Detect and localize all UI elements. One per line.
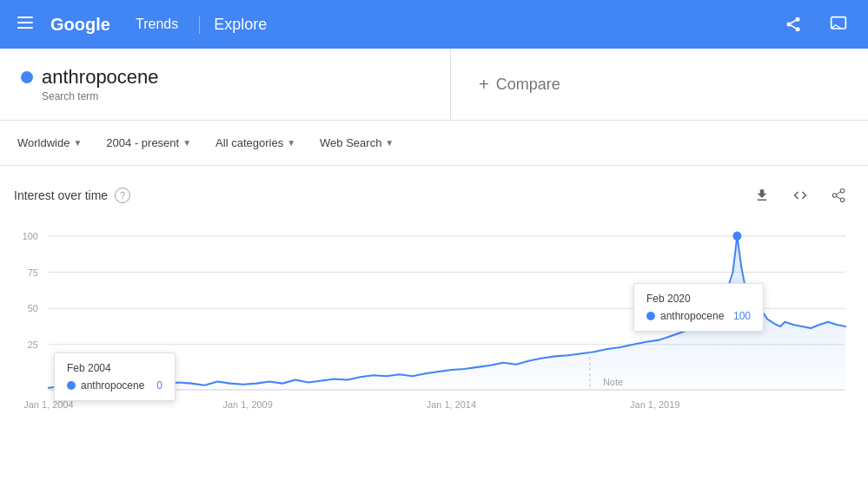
category-filter[interactable]: All categories ▼ <box>205 131 306 155</box>
search-term-name: anthropocene <box>21 66 429 89</box>
chart-actions <box>746 180 854 211</box>
svg-text:Google: Google <box>50 15 110 34</box>
help-label: ? <box>120 190 125 201</box>
tooltip-feb2020: Feb 2020 anthropocene 100 <box>633 283 764 332</box>
chart-section: Interest over time ? <box>0 166 868 435</box>
chart-title: Interest over time <box>14 188 108 202</box>
tooltip-feb2004-term: anthropocene <box>81 379 151 392</box>
chart-header: Interest over time ? <box>0 180 868 211</box>
svg-line-14 <box>836 192 840 194</box>
svg-point-11 <box>832 194 837 198</box>
compare-panel[interactable]: + Compare <box>451 49 868 120</box>
embed-button[interactable] <box>785 180 816 211</box>
svg-line-8 <box>791 20 796 23</box>
google-trends-logo[interactable]: Google Trends <box>50 11 178 37</box>
category-label: All categories <box>215 136 283 149</box>
tooltip-feb2020-dot <box>646 312 655 320</box>
svg-line-7 <box>791 25 796 28</box>
compare-label: Compare <box>496 76 560 94</box>
svg-text:Note: Note <box>603 376 623 386</box>
tooltip-feb2020-date: Feb 2020 <box>646 293 751 305</box>
svg-point-4 <box>796 17 800 22</box>
category-arrow: ▼ <box>287 138 295 148</box>
search-section: anthropocene Search term + Compare <box>0 49 868 121</box>
tooltip-feb2020-value: 100 <box>733 310 751 322</box>
svg-text:50: 50 <box>28 303 38 313</box>
svg-line-13 <box>836 196 840 199</box>
trends-label: Trends <box>136 16 178 32</box>
tooltip-feb2004-date: Feb 2004 <box>67 362 162 374</box>
explore-label: Explore <box>199 16 267 34</box>
tooltip-feb2020-term: anthropocene <box>660 310 728 322</box>
region-label: Worldwide <box>17 136 70 149</box>
tooltip-feb2004-value: 0 <box>156 379 162 392</box>
peak-dot <box>732 232 741 240</box>
svg-rect-2 <box>17 27 33 29</box>
tooltip-feb2004-dot <box>67 381 76 390</box>
feedback-button[interactable] <box>823 9 854 40</box>
tooltip-feb2004: Feb 2004 anthropocene 0 <box>54 352 176 401</box>
header: Google Trends Explore <box>0 0 868 49</box>
chart-area[interactable]: 100 75 50 25 Jan 1, 2004 Jan 1, 2009 Jan… <box>0 218 868 435</box>
share-button[interactable] <box>778 9 809 40</box>
svg-rect-0 <box>17 16 33 18</box>
svg-point-10 <box>840 189 845 194</box>
search-term-subtitle: Search term <box>42 90 429 102</box>
search-dot <box>21 71 33 83</box>
search-term-title: anthropocene <box>42 66 159 89</box>
region-filter[interactable]: Worldwide ▼ <box>7 131 92 155</box>
time-arrow: ▼ <box>182 138 191 148</box>
help-icon[interactable]: ? <box>115 188 130 203</box>
search-type-label: Web Search <box>320 136 381 149</box>
time-label: 2004 - present <box>106 136 179 149</box>
svg-rect-1 <box>17 22 33 23</box>
svg-text:25: 25 <box>28 339 38 350</box>
svg-text:75: 75 <box>28 267 38 277</box>
search-term-panel: anthropocene Search term <box>0 49 451 120</box>
filter-bar: Worldwide ▼ 2004 - present ▼ All categor… <box>0 121 868 166</box>
compare-plus: + <box>479 75 489 95</box>
share-chart-button[interactable] <box>823 180 854 211</box>
download-button[interactable] <box>746 180 778 211</box>
svg-text:Jan 1, 2014: Jan 1, 2014 <box>427 399 476 410</box>
region-arrow: ▼ <box>73 138 82 148</box>
search-type-filter[interactable]: Web Search ▼ <box>309 131 404 155</box>
svg-text:Jan 1, 2019: Jan 1, 2019 <box>630 399 679 410</box>
svg-point-12 <box>840 198 845 202</box>
menu-icon[interactable] <box>14 11 36 38</box>
svg-text:Jan 1, 2009: Jan 1, 2009 <box>223 399 273 410</box>
svg-point-6 <box>796 27 800 31</box>
tooltip-feb2020-row: anthropocene 100 <box>646 310 751 322</box>
tooltip-feb2004-row: anthropocene 0 <box>67 379 162 392</box>
time-filter[interactable]: 2004 - present ▼ <box>96 131 202 155</box>
svg-point-5 <box>787 23 792 27</box>
svg-text:100: 100 <box>23 231 38 241</box>
search-type-arrow: ▼ <box>385 138 394 148</box>
